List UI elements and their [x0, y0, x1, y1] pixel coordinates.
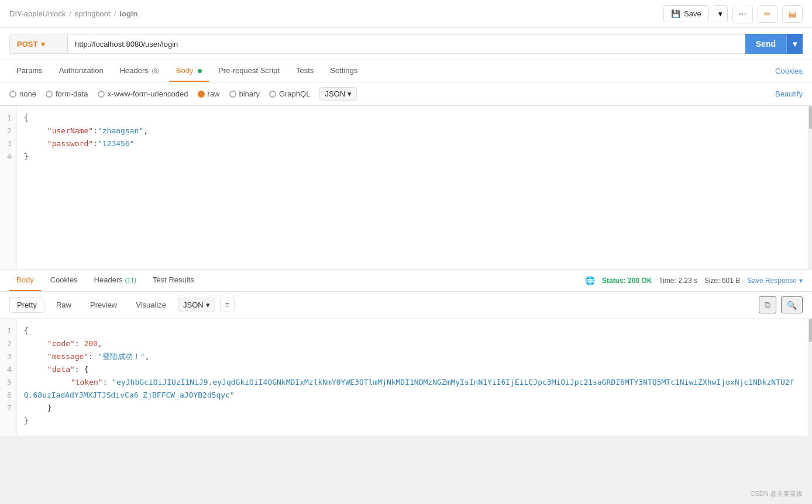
body-form-data[interactable]: form-data	[46, 89, 88, 98]
cookies-link[interactable]: Cookies	[775, 61, 803, 81]
response-json-selector[interactable]: JSON ▾	[178, 298, 215, 312]
response-tab-headers[interactable]: Headers (11)	[87, 270, 143, 291]
method-label: POST	[17, 40, 37, 49]
body-binary[interactable]: binary	[229, 89, 260, 98]
edit-button[interactable]: ✏	[758, 5, 777, 23]
response-line-numbers: 1 2 3 4 5 6 7	[0, 319, 17, 436]
radio-binary-dot	[229, 91, 236, 98]
json-chevron: ▾	[347, 89, 352, 98]
tab-settings[interactable]: Settings	[323, 60, 364, 82]
body-raw[interactable]: raw	[198, 89, 220, 98]
body-urlencoded[interactable]: x-www-form-urlencoded	[98, 89, 188, 98]
fmt-tab-pretty[interactable]: Pretty	[9, 297, 44, 313]
response-meta: 🌐 Status: 200 OK Time: 2.23 s Size: 601 …	[585, 276, 803, 285]
breadcrumb-sep2: /	[114, 9, 116, 18]
breadcrumb-sep1: /	[69, 9, 71, 18]
save-icon: 💾	[671, 9, 680, 18]
response-status: Status: 200 OK	[602, 277, 652, 285]
request-code-content[interactable]: { "userName":"zhangsan", "password":"123…	[17, 106, 808, 269]
search-button[interactable]: 🔍	[781, 296, 803, 313]
body-options-bar: none form-data x-www-form-urlencoded raw…	[0, 82, 812, 106]
save-response-chevron: ▾	[799, 277, 803, 285]
method-select[interactable]: POST ▾	[9, 34, 68, 54]
beautify-button[interactable]: Beautify	[775, 89, 803, 98]
globe-icon: 🌐	[585, 276, 595, 285]
save-chevron-button[interactable]: ▾	[714, 5, 728, 22]
tab-tests[interactable]: Tests	[289, 60, 321, 82]
response-format-bar: Pretty Raw Preview Visualize JSON ▾ ≡ ⧉ …	[0, 292, 812, 319]
json-fmt-chevron: ▾	[206, 301, 210, 309]
response-tabs-bar: Body Cookies Headers (11) Test Results 🌐…	[0, 270, 812, 292]
method-chevron: ▾	[41, 40, 45, 49]
fmt-tab-preview[interactable]: Preview	[83, 298, 124, 312]
save-button[interactable]: 💾 Save	[663, 5, 709, 22]
copy-button[interactable]: ⧉	[759, 296, 776, 313]
top-bar: DIY-appleUnlock / springboot / login 💾 S…	[0, 0, 812, 28]
radio-raw-dot	[198, 91, 205, 98]
response-tab-test-results[interactable]: Test Results	[146, 270, 201, 291]
response-code-content[interactable]: { "code": 200, "message": "登陆成功！", "data…	[17, 319, 808, 436]
json-type-selector[interactable]: JSON ▾	[319, 87, 357, 101]
editor-scrollbar[interactable]	[808, 106, 812, 269]
response-section: Body Cookies Headers (11) Test Results 🌐…	[0, 270, 812, 436]
response-editor: 1 2 3 4 5 6 7 { "code": 200, "message": …	[0, 319, 812, 436]
tab-headers[interactable]: Headers (8)	[113, 60, 167, 82]
response-time: Time: 2.23 s	[659, 277, 697, 285]
radio-form-data-dot	[46, 91, 53, 98]
response-tab-body[interactable]: Body	[9, 270, 41, 291]
body-graphql[interactable]: GraphQL	[269, 89, 310, 98]
response-size: Size: 601 B	[704, 277, 740, 285]
radio-urlencoded-dot	[98, 91, 105, 98]
request-line-numbers: 1 2 3 4	[0, 106, 17, 269]
radio-none-dot	[9, 91, 16, 98]
response-scrollbar-thumb	[809, 319, 812, 342]
tab-params[interactable]: Params	[9, 60, 50, 82]
body-active-dot	[198, 69, 202, 73]
request-editor: 1 2 3 4 { "userName":"zhangsan", "passwo…	[0, 106, 812, 270]
tab-authorization[interactable]: Authorization	[52, 60, 111, 82]
send-button[interactable]: Send ▾	[745, 34, 803, 54]
comment-button[interactable]: ▤	[782, 5, 803, 23]
breadcrumb-part2[interactable]: springboot	[75, 9, 111, 18]
request-tabs-bar: Params Authorization Headers (8) Body Pr…	[0, 60, 812, 82]
more-options-button[interactable]: ···	[732, 5, 753, 23]
save-response-button[interactable]: Save Response ▾	[747, 277, 803, 285]
url-input[interactable]	[68, 34, 745, 54]
breadcrumb: DIY-appleUnlock / springboot / login	[9, 9, 137, 18]
top-bar-actions: 💾 Save ▾ ··· ✏ ▤	[663, 5, 803, 23]
scrollbar-thumb	[809, 106, 812, 129]
fmt-tab-visualize[interactable]: Visualize	[129, 298, 173, 312]
breadcrumb-part3[interactable]: login	[119, 9, 137, 18]
radio-graphql-dot	[269, 91, 276, 98]
fmt-tab-raw[interactable]: Raw	[49, 298, 78, 312]
breadcrumb-part1[interactable]: DIY-appleUnlock	[9, 9, 66, 18]
response-tab-cookies[interactable]: Cookies	[43, 270, 85, 291]
send-chevron[interactable]: ▾	[786, 34, 803, 54]
filter-icon-button[interactable]: ≡	[220, 298, 235, 312]
tab-body[interactable]: Body	[169, 60, 209, 82]
body-none[interactable]: none	[9, 89, 36, 98]
request-bar: POST ▾ Send ▾	[0, 28, 812, 60]
tab-pre-request[interactable]: Pre-request Script	[211, 60, 287, 82]
response-scrollbar[interactable]	[808, 319, 812, 436]
